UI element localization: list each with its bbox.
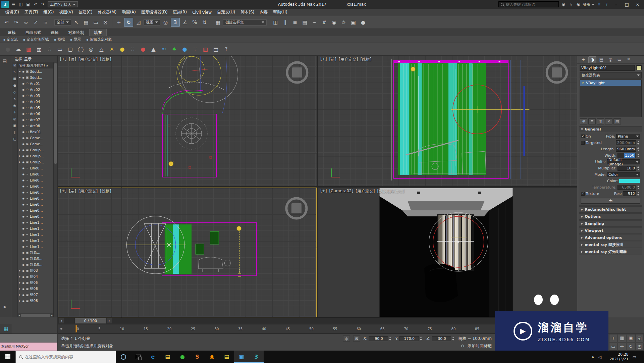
menu-item[interactable]: 内容 bbox=[257, 9, 270, 15]
reference-coordinate-dropdown[interactable]: 视图 bbox=[144, 19, 160, 25]
viewport-pov-button[interactable]: [用户定义] bbox=[339, 57, 358, 62]
stack-entry[interactable]: ☀VRayLight bbox=[580, 80, 641, 86]
blue-sphere-icon[interactable]: ● bbox=[180, 45, 189, 54]
rollout-header[interactable]: ▶mental ray 灯光明暗器 bbox=[579, 249, 642, 255]
mirror-icon[interactable]: ◫ bbox=[271, 18, 280, 27]
window-crossing-icon[interactable]: ⊠ bbox=[101, 18, 110, 27]
close-button[interactable]: × bbox=[633, 0, 643, 8]
save-file-icon[interactable]: ▣ bbox=[25, 1, 32, 8]
visibility-eye-icon[interactable]: ◉ bbox=[22, 251, 24, 254]
menu-item[interactable]: 帮助(H) bbox=[270, 9, 290, 15]
redo-icon[interactable]: ↷ bbox=[12, 18, 21, 27]
align-icon[interactable]: ∥ bbox=[281, 18, 290, 27]
viewport-canvas-left[interactable] bbox=[58, 188, 317, 317]
select-and-rotate-icon[interactable]: ↻ bbox=[124, 18, 133, 27]
ribbon-tab[interactable]: 建模 bbox=[3, 29, 20, 36]
visibility-eye-icon[interactable]: ◉ bbox=[22, 149, 24, 152]
expand-arrow-icon[interactable]: ▶ bbox=[18, 70, 21, 73]
list-item[interactable]: ◉ ~ Line0... bbox=[18, 189, 53, 195]
zoom-icon[interactable]: + bbox=[609, 334, 618, 342]
filter-bones-icon[interactable]: ∥ bbox=[14, 131, 16, 134]
tree-object-icon[interactable]: ♠ bbox=[170, 45, 179, 54]
list-item[interactable]: ▶ ◉ ▣ Group... bbox=[18, 147, 53, 153]
viewcube[interactable] bbox=[287, 62, 307, 83]
configure-modifier-sets-icon[interactable]: ▤ bbox=[613, 118, 621, 124]
signin-avatar-icon[interactable]: ◉ bbox=[575, 1, 582, 8]
list-item[interactable]: ◉ ~ Line1... bbox=[18, 225, 53, 231]
visibility-eye-icon[interactable]: ◉ bbox=[22, 118, 24, 121]
y-coordinate-field[interactable]: 170.0 bbox=[399, 336, 419, 341]
selected-light-left[interactable] bbox=[236, 226, 241, 276]
visibility-eye-icon[interactable]: ◉ bbox=[22, 124, 24, 127]
rectangle-shape-icon[interactable]: ▭ bbox=[55, 45, 64, 54]
help-search-box[interactable] bbox=[498, 1, 559, 7]
rollout-header[interactable]: ▶Viewport bbox=[579, 227, 642, 234]
app-menu-icon[interactable]: ≡ bbox=[10, 1, 17, 8]
redo-quick-icon[interactable]: ↷ bbox=[40, 1, 46, 8]
light-object-front[interactable] bbox=[411, 67, 415, 71]
isolate-selection-toggle[interactable]: ◎ bbox=[343, 335, 350, 342]
viewport-pov-button[interactable]: [用户定义] bbox=[78, 189, 98, 194]
list-item[interactable]: ◉ ◉ Came... bbox=[18, 141, 53, 147]
show-end-result-icon[interactable]: ≡ bbox=[588, 118, 596, 124]
use-pivot-center-icon[interactable]: ◎ bbox=[161, 18, 170, 27]
visibility-eye-icon[interactable]: ◉ bbox=[22, 155, 24, 158]
maxscript-mini-listener[interactable]: 欢迎使用 MAXScr bbox=[0, 334, 58, 351]
cone-shape-icon[interactable]: △ bbox=[97, 45, 106, 54]
res-field[interactable]: 512 bbox=[623, 191, 636, 196]
3dsmax-icon[interactable]: 3 bbox=[249, 351, 264, 363]
viewport-canvas-front[interactable] bbox=[318, 56, 577, 186]
picture-frame[interactable] bbox=[210, 231, 219, 244]
help-search-input[interactable] bbox=[506, 2, 556, 7]
list-item[interactable]: ◉ ~ Line1... bbox=[18, 231, 53, 238]
furniture-wireframe-left[interactable] bbox=[198, 257, 239, 272]
material-editor-icon[interactable]: ◉ bbox=[329, 18, 338, 27]
expand-arrow-icon[interactable]: ▶ bbox=[18, 76, 21, 79]
taskbar-search-input[interactable] bbox=[25, 355, 112, 359]
paint-object-icon[interactable]: ▨ bbox=[24, 45, 33, 54]
sphere-dark-icon[interactable]: ● bbox=[3, 45, 12, 54]
tray-expand-icon[interactable]: ∧ bbox=[591, 355, 594, 359]
viewport-shading-button[interactable]: [线框] bbox=[100, 189, 111, 194]
menu-item[interactable]: 脚本(S) bbox=[238, 9, 257, 15]
filter-geometry-icon[interactable]: ● bbox=[13, 84, 16, 87]
visibility-eye-icon[interactable]: ◉ bbox=[22, 167, 24, 170]
list-item[interactable]: ◉ ~ Line0... bbox=[18, 195, 53, 201]
water-plane-icon[interactable]: ≈ bbox=[159, 45, 168, 54]
macro-recorder-pane[interactable] bbox=[0, 334, 57, 343]
viewport-top[interactable]: [+] [顶] [用户定义] [线框] bbox=[58, 56, 317, 186]
taskbar-search-box[interactable] bbox=[15, 351, 116, 363]
firefox-icon[interactable]: ◉ bbox=[205, 351, 219, 363]
red-sphere-icon[interactable]: ● bbox=[139, 45, 148, 54]
undo-icon[interactable]: ↶ bbox=[2, 18, 11, 27]
task-view-button[interactable] bbox=[131, 351, 146, 363]
named-selection-sets-dropdown[interactable]: 创建选择集 bbox=[223, 19, 267, 25]
visibility-eye-icon[interactable]: ◉ bbox=[22, 76, 24, 79]
list-item[interactable]: ◉ ◠ Arc06 bbox=[18, 111, 53, 117]
ribbon-tool[interactable]: 定义空闲区域 bbox=[23, 37, 49, 42]
viewport-shading-button[interactable]: [线框] bbox=[100, 57, 111, 62]
help-circle-icon[interactable]: ? bbox=[222, 45, 231, 54]
viewport-shading-button[interactable]: [默认明暗处理] bbox=[377, 189, 405, 194]
layer-manager-icon[interactable]: ≡ bbox=[290, 18, 300, 27]
visibility-eye-icon[interactable]: ◉ bbox=[22, 88, 24, 91]
list-item[interactable]: ◉ ~ Line0... bbox=[18, 201, 53, 207]
list-item[interactable]: ▶ ◉ ▣ 组08 bbox=[18, 298, 53, 304]
targeted-distance-field[interactable]: 200.0mm bbox=[616, 140, 636, 145]
menu-item[interactable]: 创建(C) bbox=[76, 9, 95, 15]
color-dots-icon[interactable]: ∵ bbox=[191, 45, 200, 54]
spinner-snap-icon[interactable]: ⇅ bbox=[200, 18, 209, 27]
spinner[interactable] bbox=[637, 147, 640, 152]
wechat-icon[interactable]: ● bbox=[175, 351, 190, 363]
expand-arrow-icon[interactable]: ▶ bbox=[18, 149, 21, 151]
visibility-eye-icon[interactable]: ◉ bbox=[22, 112, 24, 115]
browser-icon[interactable]: S bbox=[190, 351, 205, 363]
minimize-button[interactable]: – bbox=[611, 0, 621, 8]
texture-checkbox[interactable]: ✓ bbox=[581, 192, 585, 196]
render-production-icon[interactable]: ● bbox=[359, 18, 368, 27]
rounded-rect-shape-icon[interactable]: ▢ bbox=[66, 45, 75, 54]
zoom-extents-all-icon[interactable]: ◱ bbox=[635, 334, 644, 342]
menu-item[interactable]: 视图(V) bbox=[56, 9, 76, 15]
list-item[interactable]: ◉ ~ Line1... bbox=[18, 244, 53, 250]
visibility-eye-icon[interactable]: ◉ bbox=[22, 239, 24, 242]
